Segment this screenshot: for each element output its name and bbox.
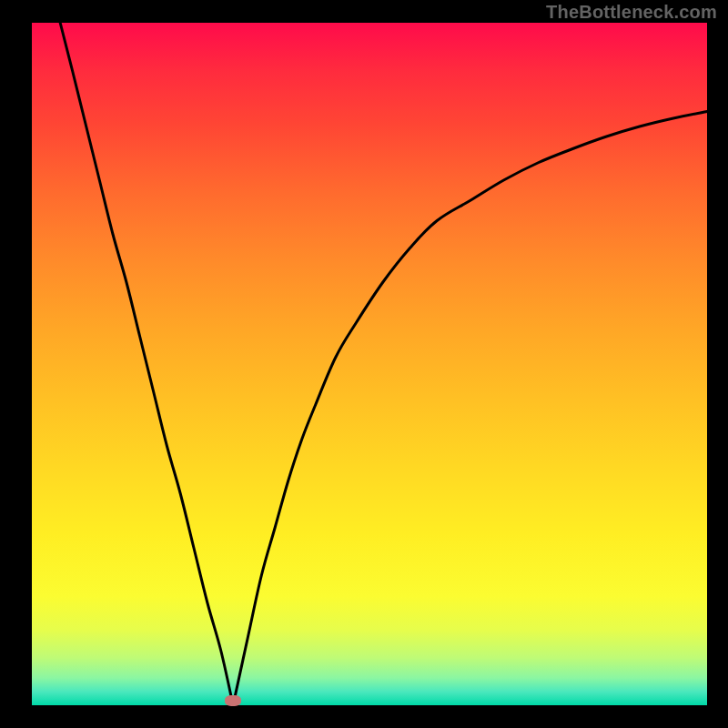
- curve-right-branch: [233, 112, 707, 706]
- chart-stage: TheBottleneck.com: [0, 0, 728, 728]
- curve-left-branch: [60, 23, 233, 705]
- chart-curves: [0, 0, 728, 728]
- watermark-text: TheBottleneck.com: [546, 2, 717, 23]
- minimum-marker: [225, 695, 241, 706]
